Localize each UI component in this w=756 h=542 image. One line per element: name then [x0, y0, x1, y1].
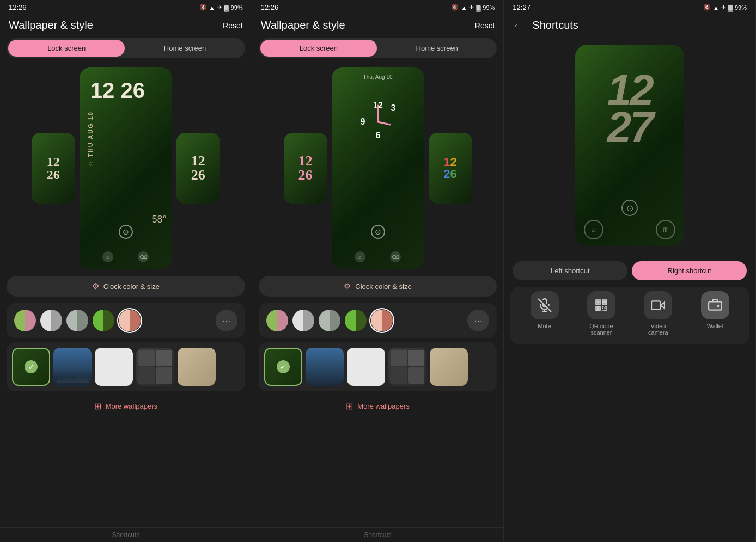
shortcuts-hint-1: Shortcuts: [0, 527, 252, 542]
shortcut-icon-video: [644, 291, 672, 319]
large-phone-preview: 1227 ⊙ ⌂ 🗑: [575, 45, 684, 246]
wallpaper-thumb-white-2[interactable]: [347, 348, 385, 386]
swatches-row-2: ···: [259, 303, 497, 338]
swatch-more-2[interactable]: ···: [467, 310, 489, 331]
airplane-icon-3: ✈: [721, 4, 726, 11]
more-wallpapers-label-1: More wallpapers: [106, 402, 157, 410]
clock-settings-label-2: Clock color & size: [355, 282, 411, 291]
swatch-more-1[interactable]: ···: [216, 310, 237, 331]
svg-text:6: 6: [375, 131, 380, 140]
shortcut-label-wallet: Wallet: [707, 323, 723, 329]
home-nav-icon-1: ⌂: [102, 251, 113, 262]
battery-icon-3: ▓: [728, 4, 733, 11]
swatch-2-5[interactable]: [371, 310, 393, 331]
delete-nav-icon-2: ⌫: [390, 251, 401, 262]
status-bar-3: 12:27 🔇 ▲ ✈ ▓ 99%: [504, 0, 755, 15]
panel-1: 12:26 🔇 ▲ ✈ ▓ 99% Wallpaper & style Rese…: [0, 0, 252, 542]
tab-lock-screen-1[interactable]: Lock screen: [8, 40, 125, 57]
more-wallpapers-label-2: More wallpapers: [357, 402, 409, 410]
svg-text:9: 9: [360, 117, 365, 126]
mute-icon-3: 🔇: [703, 4, 711, 11]
svg-rect-14: [597, 307, 599, 309]
status-icons-2: 🔇 ▲ ✈ ▓ 99%: [451, 4, 495, 11]
svg-rect-25: [709, 302, 722, 310]
page-title-2: Wallpaper & style: [261, 19, 345, 32]
side-clock-right-1: 1226: [191, 154, 205, 182]
battery-pct-3: 99%: [735, 4, 747, 11]
swatch-2-4[interactable]: [345, 310, 367, 331]
side-preview-left-2[interactable]: 1226: [284, 133, 327, 204]
tab-home-screen-1[interactable]: Home screen: [126, 40, 243, 57]
airplane-icon-2: ✈: [469, 4, 474, 11]
wallpaper-thumb-green-1[interactable]: ✓: [12, 348, 50, 386]
battery-pct-2: 99%: [483, 4, 495, 11]
swatch-2-2[interactable]: [292, 310, 314, 331]
large-clock-3: 1227: [581, 72, 679, 146]
battery-icon: ▓: [224, 4, 229, 11]
reset-button-2[interactable]: Reset: [475, 21, 495, 30]
svg-marker-23: [661, 303, 665, 309]
swatch-1-1[interactable]: [14, 310, 36, 331]
wallpapers-icon-2: ⊞: [346, 401, 353, 411]
phone-nav-1: ⌂ ⌫: [80, 251, 172, 262]
main-phone-preview-2[interactable]: Thu, Aug 10 12 3 6 9 ⊙: [332, 67, 424, 269]
wallpaper-thumb-fabric-2[interactable]: [430, 348, 468, 386]
phone-nav-3: ⌂ 🗑: [575, 220, 684, 239]
tab-left-shortcut[interactable]: Left shortcut: [513, 261, 627, 280]
wallpaper-thumb-city-2[interactable]: [306, 348, 344, 386]
wifi-icon: ▲: [209, 4, 215, 11]
status-icons-1: 🔇 ▲ ✈ ▓ 99%: [199, 4, 243, 11]
wallpaper-thumb-grid-1[interactable]: [136, 348, 174, 386]
reset-button-1[interactable]: Reset: [223, 21, 243, 30]
swatch-1-4[interactable]: [93, 310, 114, 331]
shortcut-item-video[interactable]: Videocamera: [633, 291, 683, 336]
analog-clock-2: 12 3 6 9: [351, 95, 405, 151]
main-phone-preview-1[interactable]: 12 26 ☼ THU AUG 10 58° ⊙ ⌂ ⌫: [80, 67, 172, 269]
preview-area-1: 1226 12 26 ☼ THU AUG 10 58° ⊙ ⌂ ⌫: [0, 65, 252, 272]
tab-home-screen-2[interactable]: Home screen: [379, 40, 495, 57]
wallpaper-thumb-fabric-1[interactable]: [178, 348, 216, 386]
airplane-icon: ✈: [217, 4, 222, 11]
swatch-2-3[interactable]: [319, 310, 340, 331]
shortcut-label-video: Videocamera: [648, 323, 668, 336]
temp-1: 58°: [152, 214, 167, 225]
side-preview-right-1[interactable]: 1226: [176, 133, 220, 204]
status-bar-1: 12:26 🔇 ▲ ✈ ▓ 99%: [0, 0, 252, 15]
header-2: Wallpaper & style Reset: [252, 15, 504, 38]
wallpaper-thumb-white-1[interactable]: [95, 348, 133, 386]
shortcuts-hint-2: Shortcuts: [252, 527, 504, 542]
clock-settings-btn-2[interactable]: ⚙ Clock color & size: [259, 276, 497, 297]
svg-rect-12: [597, 301, 599, 303]
side-preview-left-1[interactable]: 1226: [32, 133, 75, 204]
shortcut-item-qr[interactable]: QR codescanner: [576, 291, 626, 336]
swatches-row-1: ···: [7, 303, 245, 338]
wallpaper-thumb-green-2[interactable]: ✓: [264, 348, 302, 386]
swatch-1-3[interactable]: [66, 310, 88, 331]
more-wallpapers-btn-1[interactable]: ⊞ More wallpapers: [7, 396, 245, 417]
mute-icon-2: 🔇: [451, 4, 459, 11]
tabs-2: Lock screen Home screen: [259, 38, 497, 58]
swatch-1-2[interactable]: [40, 310, 62, 331]
fingerprint-1: ⊙: [119, 225, 133, 239]
shortcut-item-mute[interactable]: Mute: [519, 291, 569, 336]
delete-nav-icon-1: ⌫: [138, 251, 149, 262]
status-time-3: 12:27: [513, 3, 531, 11]
svg-line-5: [378, 122, 390, 125]
swatch-1-5[interactable]: [119, 310, 141, 331]
wallpaper-thumb-city-1[interactable]: [53, 348, 92, 386]
swatch-2-1[interactable]: [266, 310, 288, 331]
wallpaper-thumb-grid-2[interactable]: [388, 348, 426, 386]
tab-right-shortcut[interactable]: Right shortcut: [632, 261, 747, 280]
back-button-3[interactable]: ←: [513, 19, 523, 32]
gear-icon-2: ⚙: [344, 281, 351, 291]
clock-settings-btn-1[interactable]: ⚙ Clock color & size: [7, 276, 245, 297]
svg-rect-13: [603, 301, 605, 303]
battery-pct-1: 99%: [231, 4, 243, 11]
phone-nav-2: ⌂ ⌫: [332, 251, 424, 262]
mute-icon: 🔇: [199, 4, 207, 11]
side-preview-right-2[interactable]: 12 26: [429, 133, 472, 204]
tab-lock-screen-2[interactable]: Lock screen: [260, 40, 377, 57]
main-clock-1: 12 26: [90, 78, 145, 102]
more-wallpapers-btn-2[interactable]: ⊞ More wallpapers: [259, 396, 497, 417]
shortcut-item-wallet[interactable]: Wallet: [690, 291, 740, 336]
